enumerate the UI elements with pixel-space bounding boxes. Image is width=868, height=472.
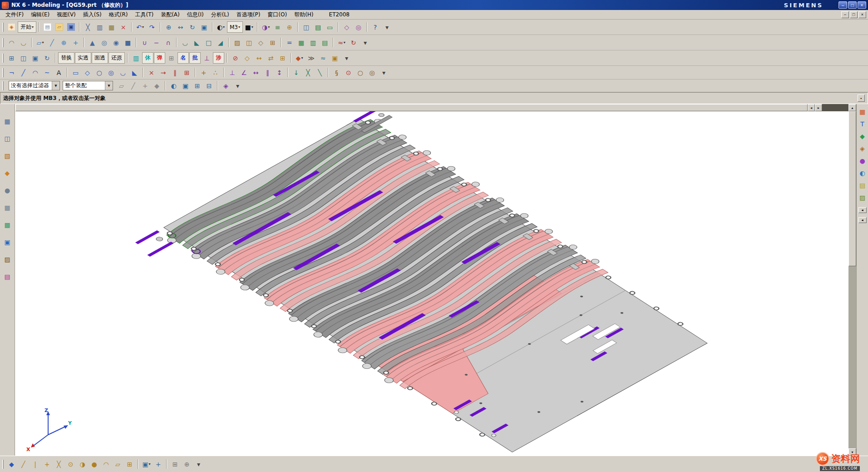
face-filter-button[interactable]: ▱ xyxy=(116,80,127,91)
delete-button[interactable]: × xyxy=(118,21,129,33)
inferred-dimensions-button[interactable]: ↔ xyxy=(250,67,261,78)
section-view-button[interactable]: ▥ xyxy=(130,52,142,64)
start-menu-button[interactable]: 开始▾ xyxy=(18,21,36,33)
toolbar-drag-handle[interactable] xyxy=(2,68,4,77)
solid-translucent-button[interactable]: 实透 xyxy=(75,52,91,64)
circle-center-button[interactable]: ⊙ xyxy=(343,67,354,78)
part-navigator-tab[interactable]: ◆ xyxy=(857,131,868,142)
batch-char-button[interactable]: 批 xyxy=(189,52,201,64)
rotate-button[interactable]: ↻ xyxy=(187,21,198,33)
draft-button[interactable]: ◢ xyxy=(215,37,226,48)
highlight-selection-button[interactable]: ◐ xyxy=(168,80,179,91)
quick-trim-button[interactable]: × xyxy=(146,67,157,78)
clearance-check-button[interactable]: ⊘ xyxy=(230,52,241,64)
boundary-button[interactable]: ▭ xyxy=(324,21,335,33)
part-families-button[interactable]: ▥ xyxy=(307,37,319,48)
chamfer-button[interactable]: ◣ xyxy=(191,37,202,48)
edge-blend-button[interactable]: ◡ xyxy=(179,37,191,48)
end-point-snap-button[interactable]: ╱ xyxy=(18,458,29,470)
create-point-button[interactable]: + xyxy=(153,458,164,470)
lock-constraints-button[interactable]: ▣ xyxy=(329,52,340,64)
circle-button[interactable]: ○ xyxy=(94,67,105,78)
menu-format[interactable]: 格式(R) xyxy=(105,10,132,19)
selection-brush-button[interactable]: ◈ xyxy=(220,80,232,91)
offset-curve-button[interactable]: ∥ xyxy=(169,67,181,78)
sketch-text-button[interactable]: A xyxy=(53,67,64,78)
polygon-button[interactable]: ◇ xyxy=(82,67,93,78)
toolbar-drag-handle[interactable] xyxy=(2,23,4,32)
cut-button[interactable]: ╳ xyxy=(82,21,94,33)
restore-view-button[interactable]: 还原 xyxy=(108,52,125,64)
show-hide-dropdown[interactable]: ◑▾ xyxy=(260,21,271,33)
bottom-more-dropdown[interactable]: ▾ xyxy=(193,458,204,470)
rendering-icon[interactable]: ◆ xyxy=(2,168,13,179)
datum-plane-dropdown[interactable]: ▱▾ xyxy=(35,37,46,48)
wcs-display-button[interactable]: ⊕ xyxy=(284,21,295,33)
child-close-button[interactable]: × xyxy=(858,11,866,18)
snapshot-button[interactable]: ◎ xyxy=(353,21,364,33)
roles-palette-button[interactable]: ◈ xyxy=(6,21,17,33)
refresh-view-button[interactable]: ↻ xyxy=(41,52,53,64)
resource-undock-button[interactable]: ◄ xyxy=(858,207,867,213)
close-button[interactable]: × xyxy=(858,1,866,9)
grid-display-toggle[interactable]: ⊞ xyxy=(169,458,181,470)
block-button[interactable]: ■ xyxy=(122,37,133,48)
quick-extend-button[interactable]: → xyxy=(158,67,169,78)
window-layout-icon[interactable]: ◫ xyxy=(2,133,13,144)
derived-lines-button[interactable]: ╲ xyxy=(314,67,326,78)
profile-button[interactable]: ¬ xyxy=(6,67,17,78)
undo-button[interactable]: ↶▾ xyxy=(134,21,146,33)
display-settings-icon[interactable]: ▣ xyxy=(2,237,13,248)
intersect-button[interactable]: ∩ xyxy=(163,37,174,48)
child-restore-button[interactable]: □ xyxy=(850,11,858,18)
toolbar-drag-handle[interactable] xyxy=(2,81,4,90)
menu-analysis[interactable]: 分析(L) xyxy=(207,10,233,19)
arc-button[interactable]: ◠ xyxy=(30,67,41,78)
move-component-button[interactable]: ↔ xyxy=(253,52,265,64)
background-swatch-dropdown[interactable]: ■▾ xyxy=(243,21,255,33)
sketch-button[interactable]: ◠ xyxy=(6,37,17,48)
menu-insert[interactable]: 插入(S) xyxy=(79,10,105,19)
orientation-icon[interactable]: ▧ xyxy=(2,150,13,161)
menu-help[interactable]: 帮助(H) xyxy=(291,10,317,19)
wave-geometry-linker-button[interactable]: ≈ xyxy=(317,52,329,64)
menu-assemblies[interactable]: 装配(A) xyxy=(157,10,183,19)
toolbar-drag-handle[interactable] xyxy=(2,460,4,469)
quadrant-point-snap-button[interactable]: ◑ xyxy=(77,458,88,470)
datum-toggle-button[interactable]: ⊥ xyxy=(201,52,212,64)
chevron-down-icon[interactable]: ▼ xyxy=(105,81,113,90)
window-split-button[interactable]: ◫ xyxy=(18,52,29,64)
interference-char-button[interactable]: 涉 xyxy=(213,52,224,64)
horizontal-scrollbar[interactable]: ◄ ► xyxy=(15,104,848,111)
scroll-up-button[interactable]: ▲ xyxy=(848,104,856,111)
resource-collapse-button[interactable]: ◄ xyxy=(858,217,867,223)
corner-rectangle-button[interactable]: ▭ xyxy=(70,67,81,78)
vertical-scrollbar-thumb[interactable] xyxy=(848,111,856,266)
color-palette-icon[interactable]: ▤ xyxy=(2,271,13,282)
point-set-button[interactable]: ∴ xyxy=(210,67,221,78)
hole-button[interactable]: ◉ xyxy=(110,37,122,48)
view-operations-icon[interactable]: ▦ xyxy=(2,116,13,127)
point-on-face-snap-button[interactable]: ▱ xyxy=(112,458,123,470)
information-button[interactable]: ▤ xyxy=(312,21,324,33)
mid-point-snap-button[interactable]: | xyxy=(30,458,41,470)
sketch-point-button[interactable]: + xyxy=(198,67,209,78)
web-browser-tab[interactable]: ◐ xyxy=(857,168,868,179)
circle-three-point-button[interactable]: ○ xyxy=(355,67,366,78)
circle-concentric-button[interactable]: ◎ xyxy=(366,67,378,78)
horizontal-scrollbar-track[interactable] xyxy=(822,104,848,111)
menu-file[interactable]: 文件(F) xyxy=(2,10,27,19)
row2-more-dropdown[interactable]: ▾ xyxy=(360,37,371,48)
constraint-navigator-tab[interactable]: T xyxy=(857,119,868,129)
child-minimize-button[interactable]: – xyxy=(841,11,849,18)
ellipse-button[interactable]: ◎ xyxy=(105,67,117,78)
sketch-chamfer-button[interactable]: ◣ xyxy=(129,67,140,78)
toolbar-drag-handle[interactable] xyxy=(2,38,4,47)
model-viewport[interactable]: Z Y X xyxy=(15,111,848,456)
vertical-scrollbar-track[interactable] xyxy=(848,266,856,448)
update-model-button[interactable]: ↻ xyxy=(348,37,359,48)
prompt-options-button[interactable]: ▪ xyxy=(858,94,865,102)
menu-edit[interactable]: 编辑(E) xyxy=(27,10,53,19)
expressions-button[interactable]: = xyxy=(284,37,295,48)
chevron-down-icon[interactable]: ▼ xyxy=(52,81,59,90)
